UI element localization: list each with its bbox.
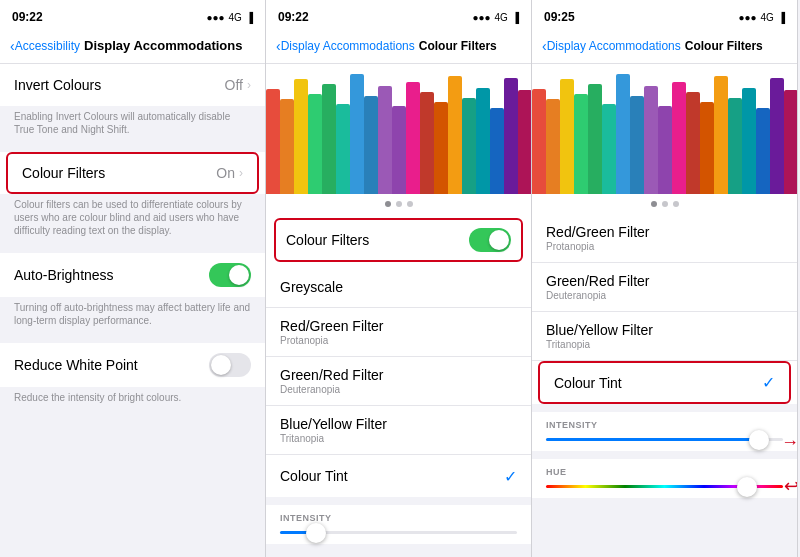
hue-track-3[interactable] xyxy=(546,485,783,488)
colour-filters-toggle-label: Colour Filters xyxy=(286,232,369,248)
colour-filters-item[interactable]: Colour Filters On › xyxy=(6,152,259,194)
colour-tint-label-3: Colour Tint xyxy=(554,375,762,391)
colour-tint-item-3[interactable]: Colour Tint ✓ xyxy=(538,361,791,404)
blue-yellow-item-3[interactable]: Blue/Yellow Filter Tritanopia xyxy=(532,312,797,361)
dot-2-3 xyxy=(407,201,413,207)
red-green-item-3[interactable]: Red/Green Filter Protanopia xyxy=(532,214,797,263)
panel-display-accommodations: 09:22 ●●● 4G ▐ ‹ Accessibility Display A… xyxy=(0,0,266,557)
dots-2 xyxy=(266,194,531,214)
dot-2-1 xyxy=(385,201,391,207)
auto-brightness-item[interactable]: Auto-Brightness xyxy=(0,253,265,297)
hue-thumb-3[interactable] xyxy=(737,477,757,497)
intensity-thumb-3[interactable] xyxy=(749,430,769,450)
greyscale-label: Greyscale xyxy=(280,279,343,295)
dot-2-2 xyxy=(396,201,402,207)
gap-p2-1 xyxy=(266,497,531,505)
colour-filters-value: On › xyxy=(216,165,243,181)
signal-icon: ●●● xyxy=(206,12,224,23)
red-green-item-2[interactable]: Red/Green Filter Protanopia xyxy=(266,308,531,357)
red-green-sub-3: Protanopia xyxy=(546,241,783,252)
reduce-white-item[interactable]: Reduce White Point xyxy=(0,343,265,387)
gap-1 xyxy=(0,144,265,152)
nav-bar-1: ‹ Accessibility Display Accommodations xyxy=(0,28,265,64)
time-2: 09:22 xyxy=(278,10,309,24)
pencils-image-2 xyxy=(266,64,531,194)
intensity-arrow: → xyxy=(781,432,797,453)
nav-bar-3: ‹ Display Accommodations Colour Filters xyxy=(532,28,797,64)
back-label-3[interactable]: Display Accommodations xyxy=(547,39,681,53)
filter-list-2: Greyscale Red/Green Filter Protanopia Gr… xyxy=(266,266,531,557)
section-colour-filters: Colour Filters On › xyxy=(0,152,265,194)
network-icon: 4G xyxy=(229,12,242,23)
invert-colours-item[interactable]: Invert Colours Off › xyxy=(0,64,265,106)
dot-3-3 xyxy=(673,201,679,207)
toggle-knob-rw xyxy=(211,355,231,375)
pencils-image-3 xyxy=(532,64,797,194)
auto-brightness-toggle[interactable] xyxy=(209,263,251,287)
hue-row-3: ↩ xyxy=(546,485,783,488)
dot-3-1 xyxy=(651,201,657,207)
greyscale-item[interactable]: Greyscale xyxy=(266,266,531,308)
blue-yellow-label-3: Blue/Yellow Filter xyxy=(546,322,783,338)
reduce-white-label: Reduce White Point xyxy=(14,357,209,373)
toggle-knob-ab xyxy=(229,265,249,285)
time-3: 09:25 xyxy=(544,10,575,24)
blue-yellow-item-2[interactable]: Blue/Yellow Filter Tritanopia xyxy=(266,406,531,455)
auto-brightness-label: Auto-Brightness xyxy=(14,267,209,283)
nav-bar-2: ‹ Display Accommodations Colour Filters xyxy=(266,28,531,64)
blue-yellow-sub-2: Tritanopia xyxy=(280,433,517,444)
back-label-1[interactable]: Accessibility xyxy=(15,39,80,53)
reduce-white-toggle[interactable] xyxy=(209,353,251,377)
chevron-invert: › xyxy=(247,78,251,92)
invert-description: Enabling Invert Colours will automatical… xyxy=(0,106,265,144)
section-auto-brightness: Auto-Brightness xyxy=(0,253,265,297)
network-icon-3: 4G xyxy=(761,12,774,23)
gap-3 xyxy=(0,335,265,343)
colour-tint-item-2[interactable]: Colour Tint ✓ xyxy=(266,455,531,497)
battery-icon: ▐ xyxy=(246,12,253,23)
green-red-sub-3: Deuteranopia xyxy=(546,290,783,301)
intensity-fill-3 xyxy=(546,438,759,441)
green-red-sub-2: Deuteranopia xyxy=(280,384,517,395)
colour-filters-label: Colour Filters xyxy=(22,165,216,181)
panel-colour-filters-3: 09:25 ●●● 4G ▐ ‹ Display Accommodations … xyxy=(532,0,798,557)
nav-title-3: Colour Filters xyxy=(685,39,763,53)
gap-p3-2 xyxy=(532,451,797,459)
battery-icon-3: ▐ xyxy=(778,12,785,23)
intensity-track-2[interactable] xyxy=(280,531,517,534)
status-icons-1: ●●● 4G ▐ xyxy=(206,12,253,23)
invert-colours-value: Off › xyxy=(225,77,251,93)
colour-tint-label-2: Colour Tint xyxy=(280,468,504,484)
dots-3 xyxy=(532,194,797,214)
green-red-label-2: Green/Red Filter xyxy=(280,367,517,383)
signal-icon-3: ●●● xyxy=(738,12,756,23)
back-label-2[interactable]: Display Accommodations xyxy=(281,39,415,53)
chevron-filters: › xyxy=(239,166,243,180)
nav-title-1: Display Accommodations xyxy=(84,38,242,53)
green-red-item-2[interactable]: Green/Red Filter Deuteranopia xyxy=(266,357,531,406)
section-reduce-white: Reduce White Point xyxy=(0,343,265,387)
hue-label-3: HUE xyxy=(546,467,783,477)
invert-colours-label: Invert Colours xyxy=(14,77,225,93)
blue-yellow-label-2: Blue/Yellow Filter xyxy=(280,416,517,432)
colour-filters-toggle[interactable] xyxy=(469,228,511,252)
hue-section-3: HUE ↩ xyxy=(532,459,797,498)
status-icons-3: ●●● 4G ▐ xyxy=(738,12,785,23)
section-invert: Invert Colours Off › xyxy=(0,64,265,106)
status-bar-3: 09:25 ●●● 4G ▐ xyxy=(532,0,797,28)
green-red-item-3[interactable]: Green/Red Filter Deuteranopia xyxy=(532,263,797,312)
settings-list-1: Invert Colours Off › Enabling Invert Col… xyxy=(0,64,265,557)
colour-filters-toggle-section: Colour Filters xyxy=(266,214,531,266)
colour-filters-toggle-item[interactable]: Colour Filters xyxy=(274,218,523,262)
dot-3-2 xyxy=(662,201,668,207)
intensity-label-3: INTENSITY xyxy=(546,420,783,430)
time-1: 09:22 xyxy=(12,10,43,24)
intensity-track-3[interactable] xyxy=(546,438,783,441)
intensity-thumb-2[interactable] xyxy=(306,523,326,543)
colour-tint-check-2: ✓ xyxy=(504,467,517,486)
intensity-section-2: INTENSITY xyxy=(266,505,531,544)
gap-p3-1 xyxy=(532,404,797,412)
blue-yellow-sub-3: Tritanopia xyxy=(546,339,783,350)
red-green-label-3: Red/Green Filter xyxy=(546,224,783,240)
green-red-label-3: Green/Red Filter xyxy=(546,273,783,289)
